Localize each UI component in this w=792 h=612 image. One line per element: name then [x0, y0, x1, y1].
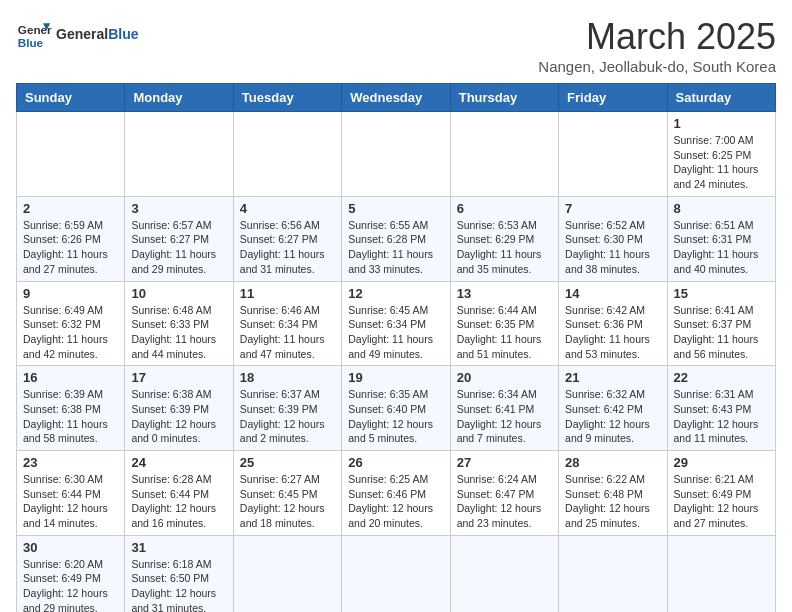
day-number: 10	[131, 286, 226, 301]
calendar-cell: 30Sunrise: 6:20 AM Sunset: 6:49 PM Dayli…	[17, 535, 125, 612]
svg-text:Blue: Blue	[18, 36, 44, 49]
day-number: 20	[457, 370, 552, 385]
logo-icon: General Blue	[16, 16, 52, 52]
day-info: Sunrise: 6:30 AM Sunset: 6:44 PM Dayligh…	[23, 472, 118, 531]
day-info: Sunrise: 6:52 AM Sunset: 6:30 PM Dayligh…	[565, 218, 660, 277]
day-info: Sunrise: 6:27 AM Sunset: 6:45 PM Dayligh…	[240, 472, 335, 531]
day-number: 1	[674, 116, 769, 131]
day-info: Sunrise: 6:49 AM Sunset: 6:32 PM Dayligh…	[23, 303, 118, 362]
day-info: Sunrise: 6:21 AM Sunset: 6:49 PM Dayligh…	[674, 472, 769, 531]
calendar-cell: 20Sunrise: 6:34 AM Sunset: 6:41 PM Dayli…	[450, 366, 558, 451]
calendar-cell: 21Sunrise: 6:32 AM Sunset: 6:42 PM Dayli…	[559, 366, 667, 451]
calendar-cell: 22Sunrise: 6:31 AM Sunset: 6:43 PM Dayli…	[667, 366, 775, 451]
calendar-cell: 8Sunrise: 6:51 AM Sunset: 6:31 PM Daylig…	[667, 196, 775, 281]
calendar-table: SundayMondayTuesdayWednesdayThursdayFrid…	[16, 83, 776, 612]
logo: General Blue GeneralBlue	[16, 16, 138, 52]
calendar-cell	[450, 535, 558, 612]
day-number: 26	[348, 455, 443, 470]
day-info: Sunrise: 6:20 AM Sunset: 6:49 PM Dayligh…	[23, 557, 118, 612]
calendar-cell: 9Sunrise: 6:49 AM Sunset: 6:32 PM Daylig…	[17, 281, 125, 366]
week-row-4: 16Sunrise: 6:39 AM Sunset: 6:38 PM Dayli…	[17, 366, 776, 451]
calendar-cell: 31Sunrise: 6:18 AM Sunset: 6:50 PM Dayli…	[125, 535, 233, 612]
calendar-cell	[342, 112, 450, 197]
page-header: General Blue GeneralBlue March 2025 Nang…	[16, 16, 776, 75]
calendar-cell	[559, 535, 667, 612]
day-number: 25	[240, 455, 335, 470]
week-row-5: 23Sunrise: 6:30 AM Sunset: 6:44 PM Dayli…	[17, 451, 776, 536]
day-info: Sunrise: 6:34 AM Sunset: 6:41 PM Dayligh…	[457, 387, 552, 446]
calendar-body: 1Sunrise: 7:00 AM Sunset: 6:25 PM Daylig…	[17, 112, 776, 613]
day-number: 27	[457, 455, 552, 470]
day-info: Sunrise: 7:00 AM Sunset: 6:25 PM Dayligh…	[674, 133, 769, 192]
calendar-cell: 24Sunrise: 6:28 AM Sunset: 6:44 PM Dayli…	[125, 451, 233, 536]
day-number: 18	[240, 370, 335, 385]
calendar-cell: 11Sunrise: 6:46 AM Sunset: 6:34 PM Dayli…	[233, 281, 341, 366]
day-info: Sunrise: 6:55 AM Sunset: 6:28 PM Dayligh…	[348, 218, 443, 277]
calendar-cell: 6Sunrise: 6:53 AM Sunset: 6:29 PM Daylig…	[450, 196, 558, 281]
calendar-cell	[450, 112, 558, 197]
calendar-cell	[125, 112, 233, 197]
day-number: 12	[348, 286, 443, 301]
day-number: 3	[131, 201, 226, 216]
month-title: March 2025	[538, 16, 776, 58]
calendar-cell: 3Sunrise: 6:57 AM Sunset: 6:27 PM Daylig…	[125, 196, 233, 281]
calendar-cell: 19Sunrise: 6:35 AM Sunset: 6:40 PM Dayli…	[342, 366, 450, 451]
day-number: 28	[565, 455, 660, 470]
calendar-cell: 26Sunrise: 6:25 AM Sunset: 6:46 PM Dayli…	[342, 451, 450, 536]
day-info: Sunrise: 6:25 AM Sunset: 6:46 PM Dayligh…	[348, 472, 443, 531]
day-number: 23	[23, 455, 118, 470]
day-number: 8	[674, 201, 769, 216]
calendar-cell: 18Sunrise: 6:37 AM Sunset: 6:39 PM Dayli…	[233, 366, 341, 451]
week-row-3: 9Sunrise: 6:49 AM Sunset: 6:32 PM Daylig…	[17, 281, 776, 366]
weekday-header-thursday: Thursday	[450, 84, 558, 112]
weekday-header-tuesday: Tuesday	[233, 84, 341, 112]
calendar-cell: 23Sunrise: 6:30 AM Sunset: 6:44 PM Dayli…	[17, 451, 125, 536]
weekday-header-friday: Friday	[559, 84, 667, 112]
calendar-cell: 25Sunrise: 6:27 AM Sunset: 6:45 PM Dayli…	[233, 451, 341, 536]
day-number: 17	[131, 370, 226, 385]
day-info: Sunrise: 6:59 AM Sunset: 6:26 PM Dayligh…	[23, 218, 118, 277]
day-number: 2	[23, 201, 118, 216]
day-info: Sunrise: 6:38 AM Sunset: 6:39 PM Dayligh…	[131, 387, 226, 446]
day-number: 13	[457, 286, 552, 301]
calendar-cell	[342, 535, 450, 612]
calendar-cell: 28Sunrise: 6:22 AM Sunset: 6:48 PM Dayli…	[559, 451, 667, 536]
day-info: Sunrise: 6:46 AM Sunset: 6:34 PM Dayligh…	[240, 303, 335, 362]
day-number: 4	[240, 201, 335, 216]
day-info: Sunrise: 6:48 AM Sunset: 6:33 PM Dayligh…	[131, 303, 226, 362]
day-info: Sunrise: 6:37 AM Sunset: 6:39 PM Dayligh…	[240, 387, 335, 446]
day-info: Sunrise: 6:32 AM Sunset: 6:42 PM Dayligh…	[565, 387, 660, 446]
day-number: 11	[240, 286, 335, 301]
calendar-cell: 5Sunrise: 6:55 AM Sunset: 6:28 PM Daylig…	[342, 196, 450, 281]
day-number: 24	[131, 455, 226, 470]
calendar-cell: 12Sunrise: 6:45 AM Sunset: 6:34 PM Dayli…	[342, 281, 450, 366]
day-info: Sunrise: 6:44 AM Sunset: 6:35 PM Dayligh…	[457, 303, 552, 362]
calendar-cell: 14Sunrise: 6:42 AM Sunset: 6:36 PM Dayli…	[559, 281, 667, 366]
day-number: 14	[565, 286, 660, 301]
day-info: Sunrise: 6:42 AM Sunset: 6:36 PM Dayligh…	[565, 303, 660, 362]
day-info: Sunrise: 6:28 AM Sunset: 6:44 PM Dayligh…	[131, 472, 226, 531]
day-info: Sunrise: 6:56 AM Sunset: 6:27 PM Dayligh…	[240, 218, 335, 277]
week-row-1: 1Sunrise: 7:00 AM Sunset: 6:25 PM Daylig…	[17, 112, 776, 197]
day-info: Sunrise: 6:35 AM Sunset: 6:40 PM Dayligh…	[348, 387, 443, 446]
title-area: March 2025 Nangen, Jeollabuk-do, South K…	[538, 16, 776, 75]
day-info: Sunrise: 6:57 AM Sunset: 6:27 PM Dayligh…	[131, 218, 226, 277]
weekday-header-row: SundayMondayTuesdayWednesdayThursdayFrid…	[17, 84, 776, 112]
week-row-2: 2Sunrise: 6:59 AM Sunset: 6:26 PM Daylig…	[17, 196, 776, 281]
day-info: Sunrise: 6:39 AM Sunset: 6:38 PM Dayligh…	[23, 387, 118, 446]
day-number: 7	[565, 201, 660, 216]
weekday-header-wednesday: Wednesday	[342, 84, 450, 112]
day-number: 21	[565, 370, 660, 385]
day-info: Sunrise: 6:45 AM Sunset: 6:34 PM Dayligh…	[348, 303, 443, 362]
day-info: Sunrise: 6:31 AM Sunset: 6:43 PM Dayligh…	[674, 387, 769, 446]
day-info: Sunrise: 6:22 AM Sunset: 6:48 PM Dayligh…	[565, 472, 660, 531]
weekday-header-monday: Monday	[125, 84, 233, 112]
calendar-cell: 16Sunrise: 6:39 AM Sunset: 6:38 PM Dayli…	[17, 366, 125, 451]
calendar-cell: 27Sunrise: 6:24 AM Sunset: 6:47 PM Dayli…	[450, 451, 558, 536]
calendar-cell: 2Sunrise: 6:59 AM Sunset: 6:26 PM Daylig…	[17, 196, 125, 281]
calendar-cell	[233, 112, 341, 197]
calendar-cell	[17, 112, 125, 197]
weekday-header-saturday: Saturday	[667, 84, 775, 112]
week-row-6: 30Sunrise: 6:20 AM Sunset: 6:49 PM Dayli…	[17, 535, 776, 612]
calendar-cell: 1Sunrise: 7:00 AM Sunset: 6:25 PM Daylig…	[667, 112, 775, 197]
